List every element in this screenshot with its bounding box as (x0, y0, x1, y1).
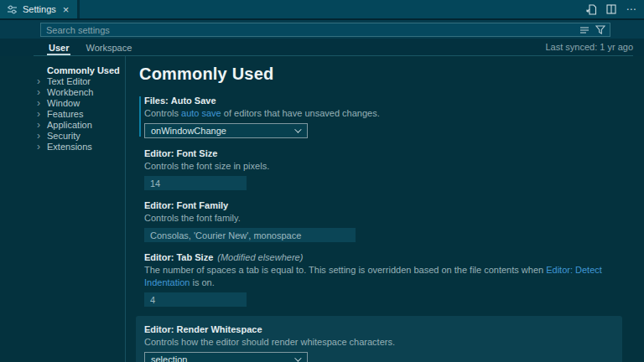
scope-tabs: User Workspace (47, 41, 133, 55)
last-synced-label: Last synced: 1 yr ago (545, 42, 633, 55)
toc-item-window[interactable]: › Window (0, 97, 125, 108)
chevron-right-icon: › (37, 142, 47, 152)
tab-workspace[interactable]: Workspace (84, 41, 133, 55)
filter-icon[interactable] (595, 25, 605, 34)
chevron-right-icon: › (37, 131, 47, 141)
settings-body: › Commonly Used › Text Editor › Workbenc… (0, 56, 644, 362)
tab-bar: Settings × ⋯ (0, 0, 644, 18)
setting-editor-font-size: Editor:Font Size Controls the font size … (139, 147, 619, 190)
chevron-right-icon: › (37, 87, 47, 97)
modified-elsewhere-note: (Modified elsewhere) (217, 252, 303, 262)
sort-lines-icon[interactable] (579, 26, 589, 34)
chevron-down-icon (294, 126, 301, 132)
search-header (0, 20, 644, 39)
settings-list: Commonly Used Files:Auto Save Controls a… (126, 56, 644, 362)
setting-editor-tab-size: Editor:Tab Size(Modified elsewhere) The … (139, 251, 619, 307)
toc-item-application[interactable]: › Application (0, 119, 125, 130)
setting-files-auto-save: Files:Auto Save Controls auto save of ed… (139, 95, 619, 138)
chevron-right-icon: › (37, 76, 47, 86)
toc-item-security[interactable]: › Security (0, 130, 125, 141)
setting-editor-render-whitespace: Editor:Render Whitespace Controls how th… (136, 316, 622, 362)
chevron-down-icon (294, 354, 301, 361)
chevron-right-icon: › (37, 98, 47, 108)
chevron-right-icon: › (37, 120, 47, 130)
settings-window: Settings × ⋯ (0, 0, 644, 362)
tab-settings[interactable]: Settings × (0, 0, 77, 18)
modified-indicator (139, 96, 141, 137)
search-actions (579, 25, 610, 34)
chevron-right-icon: › (37, 109, 47, 119)
tab-user[interactable]: User (47, 41, 70, 55)
settings-sliders-icon (7, 4, 18, 15)
close-icon[interactable]: × (61, 4, 71, 15)
render-whitespace-select[interactable]: selection (144, 352, 308, 362)
font-family-input[interactable] (144, 228, 356, 242)
page-title: Commonly Used (139, 65, 619, 84)
toc-item-commonly-used[interactable]: › Commonly Used (0, 65, 125, 75)
auto-save-select[interactable]: onWindowChange (144, 123, 308, 138)
auto-save-link[interactable]: auto save (181, 108, 221, 118)
open-settings-json-icon[interactable] (584, 3, 598, 16)
tab-size-input[interactable] (144, 292, 247, 307)
search-input[interactable] (41, 23, 579, 36)
more-actions-icon[interactable]: ⋯ (625, 3, 638, 16)
settings-toc: › Commonly Used › Text Editor › Workbenc… (0, 56, 126, 362)
toc-item-features[interactable]: › Features (0, 108, 125, 119)
editor-actions: ⋯ (584, 0, 644, 18)
toc-item-extensions[interactable]: › Extensions (0, 141, 125, 152)
tab-label: Settings (23, 4, 56, 14)
split-editor-icon[interactable] (605, 3, 618, 16)
toc-item-workbench[interactable]: › Workbench (0, 86, 125, 97)
toc-item-text-editor[interactable]: › Text Editor (0, 75, 125, 86)
search-box (40, 23, 610, 37)
setting-editor-font-family: Editor:Font Family Controls the font fam… (139, 199, 619, 242)
scope-switcher-row: User Workspace Last synced: 1 yr ago (0, 39, 644, 56)
font-size-input[interactable] (144, 176, 247, 190)
